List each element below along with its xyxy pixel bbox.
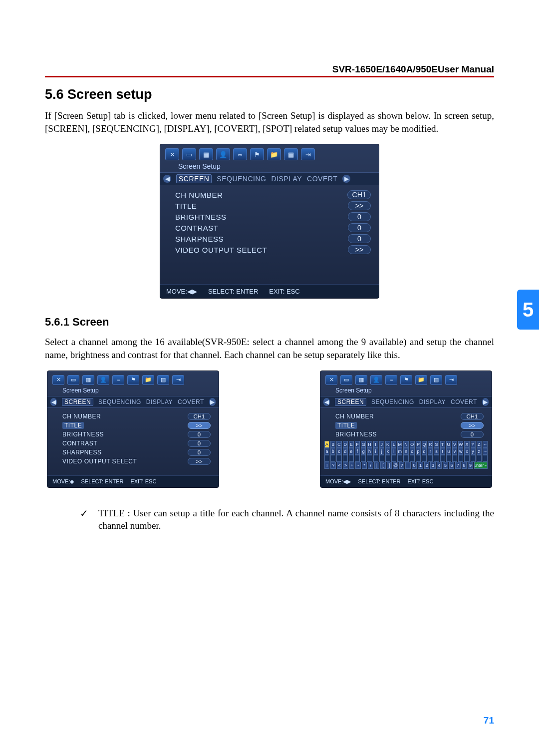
kbd-key[interactable]: 3 [430, 462, 435, 469]
kbd-key[interactable]: o [410, 448, 415, 455]
kbd-key[interactable]: 7 [455, 462, 460, 469]
kbd-key[interactable] [477, 455, 482, 462]
kbd-key[interactable]: v [452, 448, 457, 455]
kbd-key[interactable]: b [330, 448, 335, 455]
kbd-key[interactable] [464, 455, 469, 462]
exit-icon[interactable]: ⇥ [172, 375, 184, 385]
kbd-key[interactable]: W [458, 441, 463, 448]
kbd-key[interactable]: Y [471, 441, 476, 448]
kbd-key[interactable]: c [336, 448, 341, 455]
kbd-key[interactable]: G [361, 441, 366, 448]
kbd-key[interactable]: t [440, 448, 445, 455]
kbd-key[interactable]: / [368, 462, 373, 469]
kbd-key[interactable]: g [361, 448, 366, 455]
kbd-key[interactable]: q [422, 448, 427, 455]
kbd-enter-key[interactable]: Enter← [474, 462, 488, 469]
kbd-key[interactable]: ← [483, 441, 488, 448]
setting-value[interactable]: 0 [348, 223, 371, 232]
flag-icon[interactable]: ⚑ [400, 375, 412, 385]
kbd-key[interactable]: U [446, 441, 451, 448]
kbd-key[interactable]: f [355, 448, 360, 455]
kbd-key[interactable]: 9 [468, 462, 473, 469]
kbd-key[interactable] [458, 455, 463, 462]
setting-value[interactable]: >> [348, 245, 371, 254]
tab-covert[interactable]: COVERT [178, 398, 204, 405]
kbd-key[interactable]: ? [330, 462, 335, 469]
tool-icon[interactable]: ✕ [52, 375, 64, 385]
kbd-key[interactable]: T [440, 441, 445, 448]
folder-icon[interactable]: 📁 [415, 375, 427, 385]
kbd-key[interactable]: Q [422, 441, 427, 448]
kbd-key[interactable]: @ [393, 462, 398, 469]
kbd-key[interactable]: ! [405, 462, 410, 469]
tab-next-icon[interactable]: ▶ [209, 398, 216, 406]
tab-next-icon[interactable]: ▶ [342, 175, 350, 183]
setting-value[interactable]: 0 [188, 431, 211, 438]
kbd-key[interactable]: 1 [418, 462, 423, 469]
kbd-key[interactable]: F [355, 441, 360, 448]
kbd-key[interactable] [446, 455, 451, 462]
setting-value[interactable]: CH1 [188, 413, 211, 420]
sched-icon[interactable]: ▤ [284, 148, 298, 160]
folder-icon[interactable]: 📁 [142, 375, 154, 385]
setting-value[interactable]: >> [461, 422, 484, 429]
kbd-key[interactable] [440, 455, 445, 462]
user-icon[interactable]: 👤 [216, 148, 230, 160]
setting-value[interactable]: CH1 [461, 413, 484, 420]
kbd-key[interactable] [343, 455, 348, 462]
kbd-key[interactable]: ? [399, 462, 404, 469]
kbd-key[interactable]: L [391, 441, 396, 448]
kbd-key[interactable] [324, 455, 329, 462]
kbd-key[interactable]: 4 [437, 462, 442, 469]
kbd-key[interactable] [471, 455, 476, 462]
kbd-key[interactable]: 0 [412, 462, 417, 469]
kbd-key[interactable]: m [397, 448, 402, 455]
tab-covert[interactable]: COVERT [451, 398, 477, 405]
net-icon[interactable]: ⎓ [385, 375, 397, 385]
kbd-key[interactable]: 2 [424, 462, 429, 469]
kbd-key[interactable]: R [428, 441, 433, 448]
kbd-key[interactable] [391, 455, 396, 462]
kbd-key[interactable]: X [464, 441, 469, 448]
kbd-key[interactable]: P [416, 441, 421, 448]
kbd-key[interactable]: k [385, 448, 390, 455]
setting-value[interactable]: 0 [188, 449, 211, 456]
kbd-key[interactable]: E [349, 441, 354, 448]
tab-covert[interactable]: COVERT [307, 175, 337, 183]
setting-value[interactable]: >> [348, 201, 371, 210]
kbd-key[interactable]: J [379, 441, 384, 448]
tab-display[interactable]: DISPLAY [271, 175, 302, 183]
kbd-key[interactable]: I [373, 441, 378, 448]
net-icon[interactable]: ⎓ [112, 375, 124, 385]
kbd-key[interactable]: d [343, 448, 348, 455]
kbd-key[interactable]: y [471, 448, 476, 455]
kbd-key[interactable]: O [410, 441, 415, 448]
kbd-key[interactable] [379, 455, 384, 462]
kbd-key[interactable]: K [385, 441, 390, 448]
tab-screen[interactable]: SCREEN [335, 398, 366, 406]
tab-screen[interactable]: SCREEN [176, 174, 212, 183]
kbd-key[interactable]: < [337, 462, 342, 469]
tab-screen[interactable]: SCREEN [62, 398, 93, 406]
kbd-key[interactable] [483, 455, 488, 462]
setting-value[interactable]: 0 [348, 234, 371, 243]
kbd-key[interactable]: C [336, 441, 341, 448]
kbd-key[interactable]: l [391, 448, 396, 455]
kbd-key[interactable]: z [477, 448, 482, 455]
kbd-key[interactable]: p [416, 448, 421, 455]
rec-icon[interactable]: ▦ [82, 375, 94, 385]
kbd-key[interactable]: ] [387, 462, 392, 469]
kbd-key[interactable]: A [324, 441, 329, 448]
kbd-key[interactable] [416, 455, 421, 462]
kbd-key[interactable] [385, 455, 390, 462]
kbd-key[interactable]: → [483, 448, 488, 455]
kbd-key[interactable]: j [379, 448, 384, 455]
tab-sequencing[interactable]: SEQUENCING [371, 398, 414, 405]
sched-icon[interactable]: ▤ [430, 375, 442, 385]
kbd-key[interactable]: Z [477, 441, 482, 448]
tab-display[interactable]: DISPLAY [419, 398, 446, 405]
kbd-key[interactable] [452, 455, 457, 462]
kbd-key[interactable]: * [362, 462, 367, 469]
kbd-key[interactable]: ! [324, 462, 329, 469]
kbd-key[interactable]: | [374, 462, 379, 469]
